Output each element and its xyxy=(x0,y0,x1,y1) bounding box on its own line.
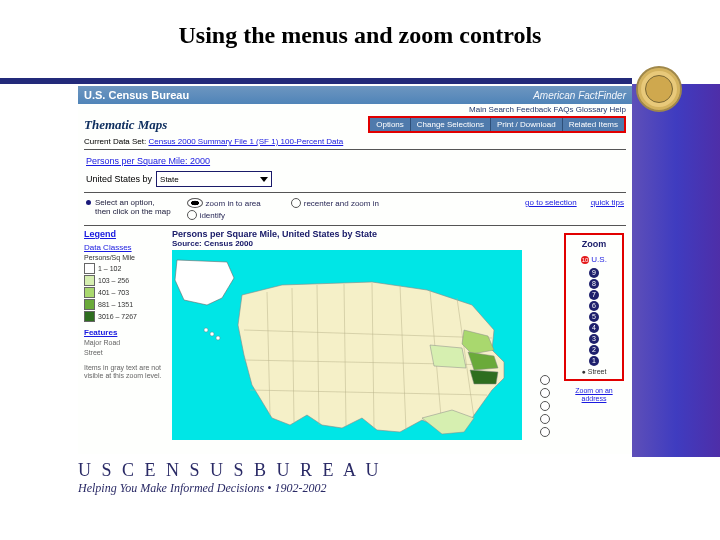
header-links[interactable]: Main Search Feedback FAQs Glossary Help xyxy=(78,104,632,114)
link-go-to-selection[interactable]: go to selection xyxy=(525,198,577,207)
geo-select[interactable]: State xyxy=(156,171,272,187)
svg-point-1 xyxy=(204,328,208,332)
top-menus-highlight: Options Change Selections Print / Downlo… xyxy=(368,116,626,133)
footer-tagline: Helping You Make Informed Decisions • 19… xyxy=(78,481,382,496)
footer-brand: U S C E N S U S B U R E A U xyxy=(78,460,382,481)
top-blue-bar xyxy=(0,78,632,84)
legend-class-1: 1 – 102 xyxy=(84,263,166,274)
slide-title: Using the menus and zoom controls xyxy=(140,22,580,49)
svg-point-2 xyxy=(210,332,214,336)
link-quick-tips[interactable]: quick tips xyxy=(591,198,624,207)
data-classes-heading: Data Classes xyxy=(84,243,166,252)
menu-options[interactable]: Options xyxy=(370,118,410,131)
map-source: Source: Census 2000 xyxy=(172,239,552,248)
app-header: U.S. Census Bureau American FactFinder xyxy=(78,86,632,104)
zoom-us-level[interactable]: 10 U.S. xyxy=(568,255,620,264)
agency-name: U.S. Census Bureau xyxy=(84,89,189,101)
feature-2: Street xyxy=(84,349,166,357)
instruction-text: Select an option,then click on the map xyxy=(86,198,171,216)
product-name: American FactFinder xyxy=(533,90,626,101)
legend-class-4: 881 – 1351 xyxy=(84,299,166,310)
tool-options-row: Select an option,then click on the map z… xyxy=(78,194,632,224)
geography-label: United States by xyxy=(86,174,152,184)
zoom-street-level[interactable]: ● Street xyxy=(568,368,620,375)
zoom-controls-highlight: Zoom 10 U.S. 9 8 7 6 5 4 3 2 1 ● Street xyxy=(564,233,624,381)
zoom-on-address-link[interactable]: Zoom on an address xyxy=(564,387,624,402)
dataset-link[interactable]: Census 2000 Summary File 1 (SF 1) 100-Pe… xyxy=(148,137,343,146)
features-heading: Features xyxy=(84,328,166,337)
thematic-map[interactable] xyxy=(172,250,522,440)
legend-heading: Legend xyxy=(84,229,166,239)
menu-related-items[interactable]: Related Items xyxy=(562,118,624,131)
right-gradient-bar xyxy=(632,84,720,457)
svg-point-3 xyxy=(216,336,220,340)
legend-class-3: 401 – 703 xyxy=(84,287,166,298)
map-title: Persons per Square Mile, United States b… xyxy=(172,229,552,239)
zoom-level-stack[interactable]: 9 8 7 6 5 4 3 2 1 xyxy=(568,268,620,366)
features-note: Items in gray text are not visible at th… xyxy=(84,364,166,379)
section-thematic-maps: Thematic Maps xyxy=(84,117,167,133)
radio-identify[interactable]: identify xyxy=(187,210,261,220)
map-theme-link[interactable]: Persons per Square Mile: 2000 xyxy=(86,156,210,166)
legend-class-2: 103 – 256 xyxy=(84,275,166,286)
slide-footer: U S C E N S U S B U R E A U Helping You … xyxy=(78,460,382,496)
feature-1: Major Road xyxy=(84,339,166,347)
map-layer-radios[interactable] xyxy=(540,375,550,437)
legend-class-5: 3016 – 7267 xyxy=(84,311,166,322)
current-dataset: Current Data Set: Census 2000 Summary Fi… xyxy=(78,135,632,148)
census-seal-icon xyxy=(636,66,682,112)
chevron-down-icon xyxy=(260,177,268,182)
radio-recenter[interactable]: recenter and zoom in xyxy=(291,198,379,208)
legend-unit: Persons/Sq Mile xyxy=(84,254,166,261)
menu-print-download[interactable]: Print / Download xyxy=(490,118,562,131)
menu-change-selections[interactable]: Change Selections xyxy=(410,118,490,131)
factfinder-app: U.S. Census Bureau American FactFinder M… xyxy=(78,86,632,454)
radio-zoom-in[interactable]: zoom in to area xyxy=(187,198,261,208)
zoom-heading: Zoom xyxy=(568,239,620,249)
